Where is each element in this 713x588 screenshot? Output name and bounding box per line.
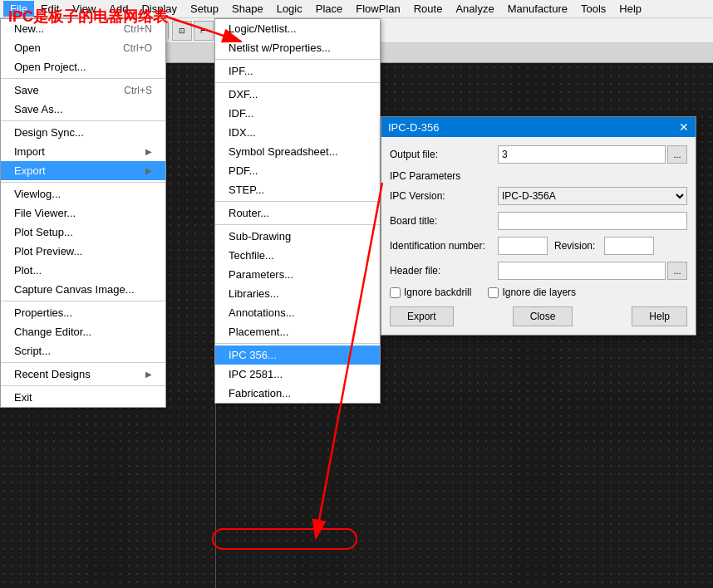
board-title-row: Board title:	[390, 212, 687, 230]
export-ipf[interactable]: IPF...	[215, 61, 380, 81]
export-netlist-props[interactable]: Netlist w/Properties...	[215, 38, 380, 57]
checkbox-row: Ignore backdrill Ignore die layers	[390, 287, 687, 298]
export-fabrication[interactable]: Fabrication...	[215, 384, 380, 403]
ignore-backdrill-checkbox[interactable]	[390, 287, 401, 298]
ipc-dialog-title: IPC-D-356	[388, 121, 439, 134]
menubar: File Edit View Add Display Setup Shape L…	[0, 0, 713, 18]
toolbar-b4[interactable]: ⊢	[194, 21, 214, 41]
header-file-label: Header file:	[390, 265, 498, 277]
export-pdf[interactable]: PDF...	[215, 161, 380, 180]
export-idf[interactable]: IDF...	[215, 104, 380, 123]
menu-plot[interactable]: Plot...	[1, 261, 165, 280]
toolbar-sep3	[168, 22, 169, 39]
sep6	[1, 385, 165, 386]
export-button[interactable]: Export	[390, 306, 454, 326]
menu-properties[interactable]: Properties...	[1, 303, 165, 322]
menu-save-as[interactable]: Save As...	[1, 100, 165, 119]
output-file-browse-button[interactable]: ...	[667, 145, 687, 164]
menu-logic[interactable]: Logic	[270, 1, 309, 17]
menu-open-project[interactable]: Open Project...	[1, 57, 165, 76]
menu-flowplan[interactable]: FlowPlan	[349, 1, 406, 17]
export-ipc2581[interactable]: IPC 2581...	[215, 365, 380, 384]
ipc-version-select[interactable]: IPC-D-356A IPC-D-356	[498, 187, 687, 205]
menu-route[interactable]: Route	[407, 1, 450, 17]
export-router[interactable]: Router...	[215, 203, 380, 223]
export-idx[interactable]: IDX...	[215, 123, 380, 142]
id-number-input[interactable]	[498, 237, 548, 255]
menu-recent-designs[interactable]: Recent Designs ▶	[1, 365, 165, 384]
board-title-input[interactable]	[498, 212, 687, 230]
menu-help[interactable]: Help	[612, 1, 648, 17]
export-annotations[interactable]: Annotations...	[215, 303, 380, 322]
export-ipc356[interactable]: IPC 356...	[215, 345, 380, 365]
menu-export[interactable]: Export ▶	[1, 161, 165, 180]
app-container: IPC是板子的电器网络表 File Edit View Add Display …	[0, 0, 713, 588]
ignore-die-layers-label[interactable]: Ignore die layers	[488, 287, 576, 298]
sep5	[1, 362, 165, 363]
ignore-backdrill-label[interactable]: Ignore backdrill	[390, 287, 471, 298]
ipc-params-label: IPC Parameters	[390, 170, 687, 182]
export-placement[interactable]: Placement...	[215, 322, 380, 341]
menu-import[interactable]: Import ▶	[1, 142, 165, 161]
output-file-label: Output file:	[390, 149, 498, 160]
header-file-input[interactable]	[498, 262, 666, 280]
export-libraries[interactable]: Libraries...	[215, 284, 380, 303]
sep1	[1, 78, 165, 79]
board-title-label: Board title:	[390, 215, 498, 227]
export-parameters[interactable]: Parameters...	[215, 265, 380, 284]
menu-analyze[interactable]: Analyze	[449, 1, 500, 17]
export-submenu: Logic/Netlist... Netlist w/Properties...…	[214, 18, 381, 404]
ipc-dialog-titlebar: IPC-D-356 ✕	[381, 117, 696, 137]
menu-shape[interactable]: Shape	[225, 1, 270, 17]
menu-capture-canvas[interactable]: Capture Canvas Image...	[1, 280, 165, 299]
menu-add[interactable]: Add	[102, 1, 135, 17]
menu-design-sync[interactable]: Design Sync...	[1, 123, 165, 142]
menu-place[interactable]: Place	[309, 1, 350, 17]
menu-exit[interactable]: Exit	[1, 388, 165, 407]
id-number-label: Identification number:	[390, 240, 498, 252]
revision-label: Revision:	[554, 240, 604, 252]
menu-viewlog[interactable]: Viewlog...	[1, 184, 165, 203]
export-step[interactable]: STEP...	[215, 180, 380, 199]
ipc-version-label: IPC Version:	[390, 190, 498, 202]
menu-plot-setup[interactable]: Plot Setup...	[1, 223, 165, 242]
menu-open[interactable]: Open Ctrl+O	[1, 38, 165, 57]
export-logic-netlist[interactable]: Logic/Netlist...	[215, 19, 380, 38]
help-button[interactable]: Help	[632, 306, 687, 326]
revision-input[interactable]	[604, 237, 654, 255]
ipc-dialog: IPC-D-356 ✕ Output file: ... IPC Paramet…	[381, 116, 696, 336]
id-revision-row: Identification number: Revision:	[390, 237, 687, 255]
export-techfile[interactable]: Techfile...	[215, 246, 380, 265]
menu-script[interactable]: Script...	[1, 341, 165, 360]
menu-save[interactable]: Save Ctrl+S	[1, 81, 165, 100]
export-sub-drawing[interactable]: Sub-Drawing	[215, 227, 380, 246]
ipc-dialog-close-button[interactable]: ✕	[679, 120, 689, 134]
close-button[interactable]: Close	[513, 306, 573, 326]
menu-tools[interactable]: Tools	[574, 1, 612, 17]
menu-display[interactable]: Display	[135, 1, 184, 17]
menu-setup[interactable]: Setup	[184, 1, 225, 17]
ignore-die-layers-checkbox[interactable]	[488, 287, 499, 298]
sep4	[1, 301, 165, 301]
file-dropdown: New... Ctrl+N Open Ctrl+O Open Project..…	[0, 18, 166, 408]
header-file-row: Header file: ...	[390, 262, 687, 280]
ipc-version-row: IPC Version: IPC-D-356A IPC-D-356	[390, 187, 687, 205]
menu-file-viewer[interactable]: File Viewer...	[1, 203, 165, 223]
menu-manufacture[interactable]: Manufacture	[501, 1, 574, 17]
menu-view[interactable]: View	[66, 1, 102, 17]
output-file-row: Output file: ...	[390, 145, 687, 164]
sep2	[1, 120, 165, 121]
menu-change-editor[interactable]: Change Editor...	[1, 322, 165, 341]
menu-file[interactable]: File	[3, 1, 34, 17]
header-file-browse-button[interactable]: ...	[667, 262, 687, 280]
toolbar-b3[interactable]: ⊡	[172, 21, 192, 41]
output-file-input[interactable]	[498, 145, 666, 164]
menu-new[interactable]: New... Ctrl+N	[1, 19, 165, 38]
ipc-dialog-body: Output file: ... IPC Parameters IPC Vers…	[381, 137, 696, 335]
menu-plot-preview[interactable]: Plot Preview...	[1, 242, 165, 261]
export-symbol-spreadsheet[interactable]: Symbol Spreadsheet...	[215, 142, 380, 161]
export-dxf[interactable]: DXF...	[215, 85, 380, 104]
ipc-action-buttons: Export Close Help	[390, 306, 687, 326]
sep3	[1, 182, 165, 183]
menu-edit[interactable]: Edit	[34, 1, 66, 17]
